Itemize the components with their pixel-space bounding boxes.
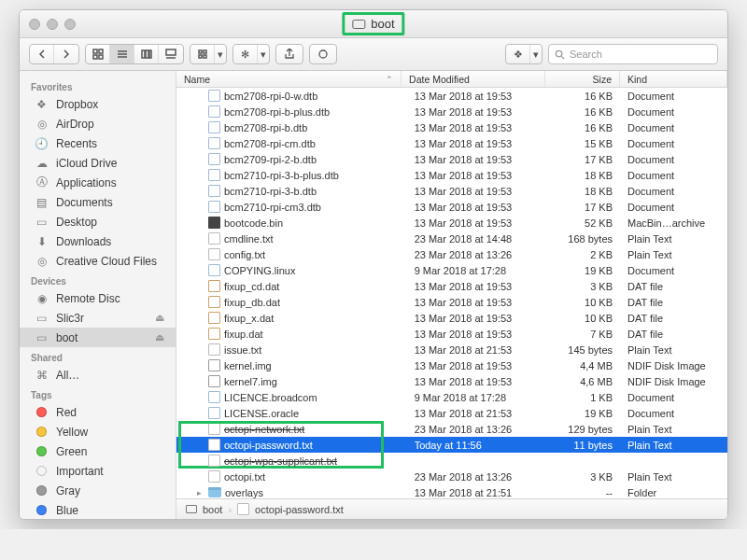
table-row[interactable]: bcm2708-rpi-cm.dtb13 Mar 2018 at 19:5315… (176, 135, 727, 151)
search-input[interactable]: Search (548, 44, 718, 64)
sidebar-item-remote-disc[interactable]: ◉Remote Disc (20, 288, 176, 308)
eject-icon[interactable]: ⏏ (155, 331, 164, 343)
file-icon (208, 470, 220, 483)
path-root[interactable]: boot (203, 504, 222, 515)
sidebar-item-airdrop[interactable]: ◎AirDrop (20, 114, 176, 133)
table-row[interactable]: COPYING.linux9 Mar 2018 at 17:2819 KBDoc… (176, 262, 727, 278)
sidebar-item-icloud-drive[interactable]: ☁iCloud Drive (20, 153, 176, 173)
table-row[interactable]: ▸overlays13 Mar 2018 at 21:51--Folder (176, 484, 727, 498)
tag-dot-icon (35, 405, 49, 419)
sidebar-item-label: Desktop (56, 216, 97, 229)
forward-button[interactable] (54, 45, 78, 63)
disclosure-triangle-icon[interactable]: ▸ (197, 488, 204, 497)
sidebar-item-downloads[interactable]: ⬇Downloads (20, 231, 176, 251)
table-row[interactable]: bcm2709-rpi-2-b.dtb13 Mar 2018 at 19:531… (176, 151, 727, 167)
file-date: 13 Mar 2018 at 19:53 (407, 360, 545, 371)
sidebar-item-recents[interactable]: 🕘Recents (20, 133, 176, 153)
column-name[interactable]: Name⌃ (176, 71, 402, 87)
list-view-button[interactable] (110, 45, 134, 63)
table-row[interactable]: bcm2710-rpi-3-b-plus.dtb13 Mar 2018 at 1… (176, 167, 727, 183)
window-title-text: boot (371, 17, 394, 31)
sidebar-item-documents[interactable]: ▤Documents (20, 192, 176, 212)
file-list[interactable]: bcm2708-rpi-0-w.dtb13 Mar 2018 at 19:531… (176, 88, 727, 498)
share-button[interactable] (275, 44, 303, 64)
sidebar-item-all-[interactable]: ⌘All… (20, 365, 176, 385)
sidebar-item-creative-cloud-files[interactable]: ◎Creative Cloud Files (20, 251, 176, 271)
column-date[interactable]: Date Modified (402, 71, 545, 87)
sidebar-item-boot[interactable]: ▭boot⏏ (20, 328, 176, 347)
table-row[interactable]: octopi.txt23 Mar 2018 at 13:263 KBPlain … (176, 469, 727, 484)
table-row[interactable]: bcm2710-rpi-cm3.dtb13 Mar 2018 at 19:531… (176, 199, 727, 215)
table-row[interactable]: config.txt23 Mar 2018 at 13:262 KBPlain … (176, 246, 727, 262)
sidebar-item-yellow[interactable]: Yellow (20, 422, 176, 441)
sidebar-item-label: Green (56, 445, 87, 458)
sidebar-item-important[interactable]: Important (20, 461, 176, 481)
file-size: 10 KB (545, 297, 620, 308)
table-row[interactable]: octopi-wpa-supplicant.txt (176, 453, 727, 469)
table-row[interactable]: bcm2710-rpi-3-b.dtb13 Mar 2018 at 19:531… (176, 183, 727, 199)
file-date: 13 Mar 2018 at 19:53 (407, 106, 545, 118)
table-row[interactable]: bootcode.bin13 Mar 2018 at 19:5352 KBMac… (176, 215, 727, 231)
table-row[interactable]: fixup_x.dat13 Mar 2018 at 19:5310 KBDAT … (176, 310, 727, 326)
file-icon (208, 391, 220, 403)
column-view-button[interactable] (134, 45, 159, 63)
sidebar-item-desktop[interactable]: ▭Desktop (20, 212, 176, 231)
sidebar-item-label: Blue (56, 504, 78, 517)
dropbox-button[interactable]: ❖ ▾ (505, 44, 543, 64)
device-icon (186, 505, 197, 513)
column-size[interactable]: Size (545, 71, 620, 87)
table-row[interactable]: issue.txt13 Mar 2018 at 21:53145 bytesPl… (176, 342, 727, 357)
file-size: 18 KB (545, 186, 620, 197)
dropbox-icon: ❖ (506, 45, 530, 63)
file-size: 145 bytes (545, 344, 620, 356)
sidebar-item-label: Creative Cloud Files (56, 255, 157, 268)
table-row[interactable]: fixup_cd.dat13 Mar 2018 at 19:533 KBDAT … (176, 278, 727, 294)
file-date: 13 Mar 2018 at 19:53 (407, 138, 545, 149)
window-controls (29, 19, 76, 30)
gallery-view-button[interactable] (159, 45, 183, 63)
table-row[interactable]: kernel7.img13 Mar 2018 at 19:534,6 MBNDI… (176, 373, 727, 389)
tags-button[interactable] (309, 44, 337, 64)
path-current[interactable]: octopi-password.txt (255, 504, 344, 515)
file-kind: Document (620, 122, 727, 133)
file-size: 129 bytes (545, 424, 620, 435)
table-row[interactable]: octopi-password.txtToday at 11:5611 byte… (176, 437, 727, 453)
table-row[interactable]: fixup_db.dat13 Mar 2018 at 19:5310 KBDAT… (176, 294, 727, 310)
file-icon (208, 105, 220, 118)
table-row[interactable]: fixup.dat13 Mar 2018 at 19:537 KBDAT fil… (176, 326, 727, 342)
sidebar-item-green[interactable]: Green (20, 441, 176, 461)
file-size: 11 bytes (545, 440, 620, 451)
svg-rect-9 (149, 50, 151, 58)
sidebar-item-dropbox[interactable]: ❖Dropbox (20, 94, 176, 114)
icon-view-button[interactable] (86, 45, 110, 63)
table-row[interactable]: cmdline.txt23 Mar 2018 at 14:48168 bytes… (176, 231, 727, 246)
file-icon (208, 153, 220, 165)
minimize-icon[interactable] (47, 19, 58, 30)
sidebar-item-slic3r[interactable]: ▭Slic3r⏏ (20, 308, 176, 328)
back-button[interactable] (30, 45, 54, 63)
table-row[interactable]: bcm2708-rpi-b-plus.dtb13 Mar 2018 at 19:… (176, 104, 727, 119)
eject-icon[interactable]: ⏏ (155, 312, 164, 324)
action-button[interactable]: ✻ ▾ (233, 44, 270, 64)
sidebar-item-blue[interactable]: Blue (20, 500, 176, 519)
close-icon[interactable] (29, 19, 40, 30)
file-size: -- (545, 487, 620, 498)
table-row[interactable]: octopi-network.txt23 Mar 2018 at 13:2612… (176, 421, 727, 437)
arrange-button[interactable]: ▾ (190, 44, 227, 64)
file-icon (208, 232, 220, 245)
sidebar-item-red[interactable]: Red (20, 402, 176, 422)
view-buttons (85, 44, 184, 64)
table-row[interactable]: kernel.img13 Mar 2018 at 19:534,4 MBNDIF… (176, 357, 727, 373)
maximize-icon[interactable] (64, 19, 76, 30)
table-row[interactable]: bcm2708-rpi-b.dtb13 Mar 2018 at 19:5316 … (176, 119, 727, 135)
sidebar-item-applications[interactable]: ⒶApplications (20, 173, 176, 192)
table-row[interactable]: bcm2708-rpi-0-w.dtb13 Mar 2018 at 19:531… (176, 88, 727, 104)
column-kind[interactable]: Kind (620, 71, 727, 87)
table-row[interactable]: LICENSE.oracle13 Mar 2018 at 21:5319 KBD… (176, 405, 727, 421)
file-date: 23 Mar 2018 at 13:26 (407, 424, 545, 435)
sidebar-item-gray[interactable]: Gray (20, 481, 176, 500)
table-row[interactable]: LICENCE.broadcom9 Mar 2018 at 17:281 KBD… (176, 389, 727, 405)
file-size: 17 KB (545, 202, 620, 213)
file-icon (208, 343, 220, 356)
file-date: 13 Mar 2018 at 19:53 (407, 281, 545, 292)
